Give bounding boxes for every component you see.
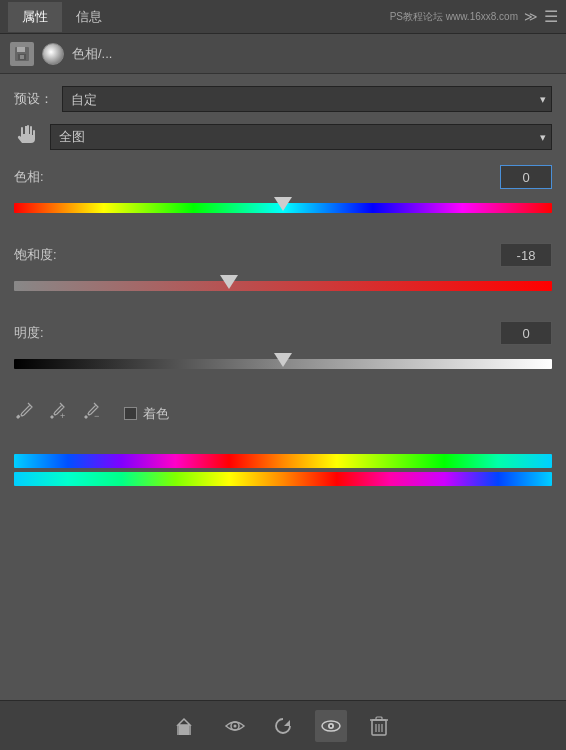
- channel-row: 全图 红色 黄色 绿色 青色 蓝色 洋红 ▾: [14, 122, 552, 151]
- saturation-label-row: 饱和度:: [14, 243, 552, 267]
- svg-text:−: −: [94, 411, 99, 421]
- lightness-thumb[interactable]: [274, 353, 292, 367]
- lightness-label: 明度:: [14, 324, 64, 342]
- svg-rect-19: [376, 717, 382, 720]
- colorize-row: 着色: [124, 405, 169, 423]
- svg-marker-13: [284, 720, 290, 726]
- svg-marker-8: [178, 719, 190, 725]
- tab-properties[interactable]: 属性: [8, 2, 62, 32]
- saturation-section: 饱和度:: [14, 243, 552, 307]
- hue-track-container[interactable]: [14, 195, 552, 223]
- tab-info[interactable]: 信息: [62, 2, 116, 32]
- lightness-input[interactable]: [500, 321, 552, 345]
- svg-point-12: [234, 724, 237, 727]
- tab-bar-right: PS教程论坛 www.16xx8.com ≫ ☰: [390, 7, 558, 26]
- hue-thumb[interactable]: [274, 197, 292, 211]
- color-bar-bottom: [14, 472, 552, 486]
- lightness-label-row: 明度:: [14, 321, 552, 345]
- preset-select-wrapper: 自定 默认值 ▾: [62, 86, 552, 112]
- svg-point-16: [330, 724, 332, 726]
- menu-icon[interactable]: ☰: [544, 7, 558, 26]
- floppy-icon[interactable]: [10, 42, 34, 66]
- svg-rect-7: [179, 725, 189, 735]
- svg-text:+: +: [60, 411, 65, 421]
- watermark-text: PS教程论坛 www.16xx8.com: [390, 10, 518, 24]
- tab-bar: 属性 信息 PS教程论坛 www.16xx8.com ≫ ☰: [0, 0, 566, 34]
- saturation-thumb[interactable]: [220, 275, 238, 289]
- hue-label-row: 色相:: [14, 165, 552, 189]
- subtract-eyedropper-icon[interactable]: −: [82, 401, 102, 426]
- tools-row: + − 着色: [14, 395, 552, 436]
- hand-icon[interactable]: [14, 122, 42, 151]
- saturation-track: [14, 281, 552, 291]
- saturation-track-container[interactable]: [14, 273, 552, 301]
- colorize-checkbox[interactable]: [124, 407, 137, 420]
- color-bar-top: [14, 454, 552, 468]
- lightness-section: 明度:: [14, 321, 552, 385]
- channel-select[interactable]: 全图 红色 黄色 绿色 青色 蓝色 洋红: [50, 124, 552, 150]
- saturation-label: 饱和度:: [14, 246, 64, 264]
- hue-section: 色相:: [14, 165, 552, 229]
- saturation-input[interactable]: [500, 243, 552, 267]
- channel-select-wrapper: 全图 红色 黄色 绿色 青色 蓝色 洋红 ▾: [50, 124, 552, 150]
- preset-select[interactable]: 自定 默认值: [62, 86, 552, 112]
- color-bars: [14, 454, 552, 486]
- hue-input[interactable]: [500, 165, 552, 189]
- lightness-track-container[interactable]: [14, 351, 552, 379]
- circle-icon: [42, 43, 64, 65]
- main-panel: 预设： 自定 默认值 ▾ 全图 红色 黄色 绿色 青色 蓝色 洋红: [0, 74, 566, 498]
- svg-rect-3: [20, 55, 24, 59]
- view-visibility-button[interactable]: [219, 710, 251, 742]
- svg-rect-1: [17, 47, 25, 52]
- clip-to-layer-button[interactable]: [171, 710, 203, 742]
- preset-label: 预设：: [14, 90, 54, 108]
- hue-label: 色相:: [14, 168, 64, 186]
- reset-button[interactable]: [267, 710, 299, 742]
- bottom-toolbar: [0, 700, 566, 750]
- adj-title: 色相/...: [72, 45, 112, 63]
- preset-row: 预设： 自定 默认值 ▾: [14, 86, 552, 112]
- adj-header: 色相/...: [0, 34, 566, 74]
- add-eyedropper-icon[interactable]: +: [48, 401, 68, 426]
- expand-icon[interactable]: ≫: [524, 9, 538, 24]
- colorize-label: 着色: [143, 405, 169, 423]
- eyedropper-icon[interactable]: [14, 401, 34, 426]
- preview-previous-button[interactable]: [315, 710, 347, 742]
- delete-button[interactable]: [363, 710, 395, 742]
